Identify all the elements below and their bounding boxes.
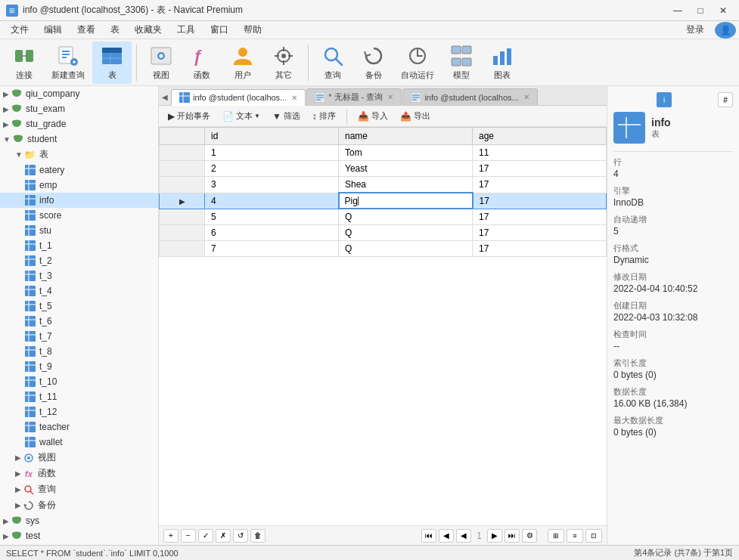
toolbar-table[interactable]: 表	[92, 42, 132, 84]
sidebar-item-teacher[interactable]: teacher	[0, 419, 158, 435]
cell-name[interactable]: Tom	[339, 145, 473, 161]
sidebar-queries-group[interactable]: ▶ 查询	[0, 481, 158, 497]
cell-age[interactable]: 17	[473, 177, 607, 193]
first-page-button[interactable]: ⏮	[421, 529, 436, 543]
sidebar-item-t3[interactable]: t_3	[0, 268, 158, 283]
toolbar-query[interactable]: 查询	[313, 42, 352, 84]
next-page-button[interactable]: ▶	[487, 529, 502, 543]
toolbar-new-query[interactable]: 新建查询	[45, 42, 91, 84]
toolbar-chart[interactable]: 图表	[483, 42, 522, 84]
toolbar-backup[interactable]: 备份	[354, 42, 393, 84]
confirm-button[interactable]: ✓	[198, 529, 213, 543]
col-header-age[interactable]: age	[473, 128, 607, 145]
menu-file[interactable]: 文件	[3, 22, 36, 38]
sidebar-item-stu-exam[interactable]: ▶ stu_exam	[0, 101, 158, 116]
info-panel-info-button[interactable]: i	[657, 92, 672, 107]
sidebar-item-qiu-company[interactable]: ▶ qiu_company	[0, 86, 158, 101]
cell-id[interactable]: 4	[205, 193, 339, 209]
sidebar-views-group[interactable]: ▶ 视图	[0, 450, 158, 466]
tab-close-button[interactable]: ✕	[523, 93, 529, 101]
prev-page-button[interactable]: ◀	[439, 529, 454, 543]
toolbar-model[interactable]: 模型	[442, 42, 481, 84]
tab-query[interactable]: * 无标题 - 查询 ✕	[306, 88, 402, 105]
table-row[interactable]: 5 Q 17	[160, 209, 607, 225]
last-page-button[interactable]: ⏭	[505, 529, 520, 543]
cell-id[interactable]: 2	[205, 161, 339, 177]
sidebar-item-test[interactable]: ▶ test	[0, 528, 158, 543]
cell-age[interactable]: 17	[473, 209, 607, 225]
cell-name[interactable]: Shea	[339, 177, 473, 193]
toolbar-function[interactable]: ƒ 函数	[182, 42, 222, 84]
toolbar-user[interactable]: 用户	[223, 42, 262, 84]
cell-id[interactable]: 7	[205, 241, 339, 257]
menu-view[interactable]: 查看	[70, 22, 103, 38]
cell-name[interactable]: Q	[339, 241, 473, 257]
sidebar-item-t8[interactable]: t_8	[0, 344, 158, 359]
sidebar-item-info[interactable]: info	[0, 193, 158, 208]
sidebar-item-t6[interactable]: t_6	[0, 314, 158, 329]
cell-age[interactable]: 17	[473, 193, 607, 209]
tab-info-table[interactable]: info @student (localhos... ✕	[171, 89, 306, 106]
add-record-button[interactable]: +	[163, 529, 179, 543]
filter-button[interactable]: ▼ 筛选	[268, 109, 305, 123]
sidebar-item-t12[interactable]: t_12	[0, 404, 158, 419]
col-header-name[interactable]: name	[339, 128, 473, 145]
sort-button[interactable]: ↕ 排序	[308, 109, 340, 123]
sidebar-item-t5[interactable]: t_5	[0, 299, 158, 314]
sidebar-functions-group[interactable]: ▶ fx 函数	[0, 466, 158, 481]
cell-id[interactable]: 6	[205, 225, 339, 241]
cell-name[interactable]: Q	[339, 209, 473, 225]
remove-record-button[interactable]: −	[181, 529, 196, 543]
login-button[interactable]: 登录	[678, 22, 712, 38]
menu-help[interactable]: 帮助	[236, 22, 269, 38]
prev-icon-button[interactable]: ◀	[456, 529, 471, 543]
info-panel-hash-button[interactable]: #	[718, 92, 733, 107]
text-button[interactable]: 📄 文本 ▼	[218, 109, 265, 123]
sidebar-item-t7[interactable]: t_7	[0, 329, 158, 344]
sidebar-item-emp[interactable]: emp	[0, 178, 158, 193]
form-view-button[interactable]: ≡	[567, 529, 583, 543]
tab-scroll-left[interactable]: ◀	[159, 88, 171, 105]
close-button[interactable]: ✕	[713, 3, 733, 18]
cell-id[interactable]: 1	[205, 145, 339, 161]
sidebar-item-wallet[interactable]: wallet	[0, 435, 158, 450]
maximize-button[interactable]: □	[691, 3, 710, 18]
cell-age[interactable]: 11	[473, 145, 607, 161]
table-row[interactable]: 2 Yeast 17	[160, 161, 607, 177]
toolbar-other[interactable]: 其它	[264, 42, 303, 84]
sidebar-item-t10[interactable]: t_10	[0, 374, 158, 389]
user-avatar[interactable]: 👤	[715, 22, 736, 39]
table-row[interactable]: 1 Tom 11	[160, 145, 607, 161]
table-row[interactable]: ▶ 4 Pig 17	[160, 193, 607, 209]
table-row[interactable]: 7 Q 17	[160, 241, 607, 257]
cell-name[interactable]: Yeast	[339, 161, 473, 177]
sidebar-item-t9[interactable]: t_9	[0, 359, 158, 374]
import-button[interactable]: 📥 导入	[353, 109, 393, 123]
cell-age[interactable]: 17	[473, 161, 607, 177]
tab-info-query[interactable]: info @student (localhos... ✕	[402, 88, 537, 105]
sidebar-item-eatery[interactable]: eatery	[0, 162, 158, 178]
grid-view-button[interactable]: ⊞	[548, 529, 564, 543]
sidebar-item-t1[interactable]: t_1	[0, 238, 158, 253]
cell-age[interactable]: 17	[473, 225, 607, 241]
minimize-button[interactable]: —	[668, 3, 688, 18]
tab-close-button[interactable]: ✕	[387, 93, 393, 101]
cell-name-editing[interactable]: Pig	[339, 193, 473, 209]
cell-name[interactable]: Q	[339, 225, 473, 241]
sidebar-backups-group[interactable]: ▶ 备份	[0, 497, 158, 513]
sidebar-item-student[interactable]: ▼ student	[0, 131, 158, 147]
gallery-view-button[interactable]: ⊡	[585, 529, 602, 543]
sidebar-item-stu-grade[interactable]: ▶ stu_grade	[0, 116, 158, 131]
cell-id[interactable]: 3	[205, 177, 339, 193]
cancel-edit-button[interactable]: ✗	[216, 529, 231, 543]
toolbar-connect[interactable]: 连接	[5, 42, 44, 84]
sidebar-item-t11[interactable]: t_11	[0, 389, 158, 404]
menu-edit[interactable]: 编辑	[36, 22, 70, 38]
col-header-id[interactable]: id	[205, 128, 339, 145]
sidebar-item-t4[interactable]: t_4	[0, 283, 158, 299]
menu-table[interactable]: 表	[103, 22, 127, 38]
table-row[interactable]: 6 Q 17	[160, 225, 607, 241]
toolbar-autorun[interactable]: 自动运行	[395, 42, 440, 84]
export-button[interactable]: 📤 导出	[396, 109, 435, 123]
cell-id[interactable]: 5	[205, 209, 339, 225]
